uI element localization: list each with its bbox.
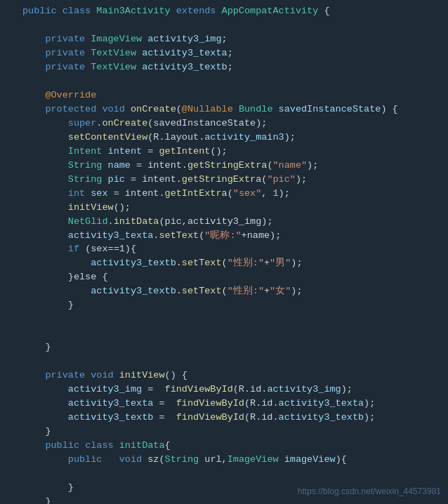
code-line: public void sz(String url,ImageView imag…	[0, 453, 448, 467]
line-content	[22, 74, 442, 88]
code-line: private void initView() {	[0, 369, 448, 383]
code-line: String name = intent.getStringExtra("nam…	[0, 159, 448, 173]
line-content: }else {	[22, 270, 442, 284]
line-content: int sex = intent.getIntExtra("sex", 1);	[22, 187, 442, 201]
line-content: activity3_textb = findViewById(R.id.acti…	[22, 411, 442, 425]
code-line: }else {	[0, 270, 448, 284]
code-line: }	[0, 340, 448, 354]
code-line: int sex = intent.getIntExtra("sex", 1);	[0, 187, 448, 201]
code-line: NetGlid.initData(pic,activity3_img);	[0, 215, 448, 229]
line-content: activity3_textb.setText("性别:"+"男");	[22, 256, 442, 270]
code-line	[0, 354, 448, 369]
code-line: protected void onCreate(@Nullable Bundle…	[0, 102, 448, 117]
line-content	[22, 326, 442, 340]
line-content: String name = intent.getStringExtra("nam…	[22, 159, 442, 173]
line-content: }	[22, 340, 442, 354]
code-line: private TextView activity3_texta;	[0, 46, 448, 60]
line-content: setContentView(R.layout.activity_main3);	[22, 131, 442, 145]
code-line: initView();	[0, 201, 448, 215]
code-line: private TextView activity3_textb;	[0, 60, 448, 74]
line-content: NetGlid.initData(pic,activity3_img);	[22, 215, 442, 229]
line-content: public void sz(String url,ImageView imag…	[22, 453, 442, 467]
line-content: initView();	[22, 201, 442, 215]
line-content: public class initData{	[22, 439, 442, 453]
line-content: super.onCreate(savedInstanceState);	[22, 117, 442, 131]
line-content: }	[22, 298, 442, 312]
code-line	[0, 326, 448, 340]
line-content: activity3_textb.setText("性别:"+"女");	[22, 284, 442, 298]
code-line: public class initData{	[0, 439, 448, 453]
code-line: }	[0, 298, 448, 312]
code-line: Intent intent = getIntent();	[0, 145, 448, 159]
code-line: @Override	[0, 88, 448, 102]
line-content: String pic = intent.getStringExtra("pic"…	[22, 173, 442, 187]
watermark: https://blog.csdn.net/weixin_44573981	[298, 486, 441, 498]
code-line: activity3_img = findViewById(R.id.activi…	[0, 383, 448, 397]
line-content: private ImageView activity3_img;	[22, 32, 442, 46]
line-content: activity3_texta = findViewById(R.id.acti…	[22, 397, 442, 411]
line-content: protected void onCreate(@Nullable Bundle…	[22, 102, 442, 117]
code-line: public class Main3Activity extends AppCo…	[0, 4, 448, 18]
code-line: activity3_texta = findViewById(R.id.acti…	[0, 397, 448, 411]
code-line: String pic = intent.getStringExtra("pic"…	[0, 173, 448, 187]
code-line: super.onCreate(savedInstanceState);	[0, 117, 448, 131]
line-content	[22, 354, 442, 369]
code-lines: public class Main3Activity extends AppCo…	[0, 4, 448, 504]
code-line	[0, 74, 448, 88]
code-line: setContentView(R.layout.activity_main3);	[0, 131, 448, 145]
code-line: activity3_textb = findViewById(R.id.acti…	[0, 411, 448, 425]
line-content: if (sex==1){	[22, 242, 442, 256]
line-content: Intent intent = getIntent();	[22, 145, 442, 159]
code-line	[0, 467, 448, 481]
code-line: if (sex==1){	[0, 242, 448, 256]
line-content: private void initView() {	[22, 369, 442, 383]
line-content: @Override	[22, 88, 442, 102]
code-line	[0, 312, 448, 326]
line-content	[22, 467, 442, 481]
line-content: activity3_img = findViewById(R.id.activi…	[22, 383, 442, 397]
code-line: activity3_textb.setText("性别:"+"女");	[0, 284, 448, 298]
code-line	[0, 18, 448, 32]
code-line: private ImageView activity3_img;	[0, 32, 448, 46]
line-content: public class Main3Activity extends AppCo…	[22, 4, 442, 18]
code-line: activity3_texta.setText("昵称:"+name);	[0, 229, 448, 243]
code-editor: public class Main3Activity extends AppCo…	[0, 0, 448, 504]
line-content: private TextView activity3_textb;	[22, 60, 442, 74]
line-content: }	[22, 425, 442, 439]
code-line: }	[0, 425, 448, 439]
line-content: private TextView activity3_texta;	[22, 46, 442, 60]
code-line: activity3_textb.setText("性别:"+"男");	[0, 256, 448, 270]
line-content	[22, 18, 442, 32]
line-content: activity3_texta.setText("昵称:"+name);	[22, 229, 442, 243]
line-content	[22, 312, 442, 326]
